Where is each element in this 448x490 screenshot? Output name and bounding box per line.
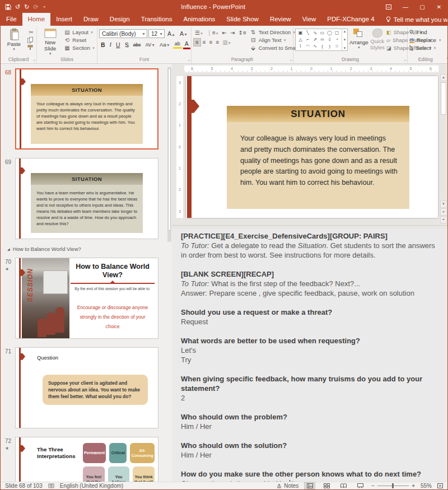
character-spacing-button[interactable]: AV▼ — [143, 41, 157, 48]
shapes-gallery-scroll[interactable]: ▲▼▼ — [342, 29, 347, 50]
tab-draw[interactable]: Draw — [78, 13, 104, 26]
tab-file[interactable]: File — [1, 13, 22, 26]
shape-icon[interactable]: ◔ — [333, 36, 340, 43]
new-slide-button[interactable]: New Slide ▼ — [39, 27, 62, 56]
reset-button[interactable]: ⟲Reset — [63, 37, 95, 43]
quick-styles-button[interactable]: Quick Styles — [370, 27, 385, 51]
close-button[interactable]: ✕ — [431, 1, 447, 13]
arrange-button[interactable]: Arrange ▼ — [349, 27, 368, 50]
customize-qat-icon[interactable]: ▼ — [43, 5, 46, 9]
reading-view-button[interactable] — [338, 482, 349, 489]
scrollbar-thumb[interactable] — [441, 82, 446, 115]
tab-transitions[interactable]: Transitions — [136, 13, 178, 26]
shape-icon[interactable]: ⌇ — [297, 43, 304, 50]
shape-icon[interactable]: ☆ — [333, 43, 340, 50]
section-collapse-icon[interactable]: ◢ — [7, 247, 10, 251]
cut-icon[interactable]: ✂ — [27, 29, 35, 35]
thumbnail-slide-71[interactable]: Question Suppose your client is agitated… — [15, 347, 158, 428]
shape-icon[interactable]: ◯ — [326, 30, 333, 36]
thumbnail-slide-69[interactable]: SITUATION You have a team member who is … — [15, 158, 158, 239]
notes-pane[interactable]: [PRACTICE][E4_Exercise_DefensiveCards][G… — [172, 228, 447, 482]
drawing-dialog-launcher[interactable]: ⌐ — [404, 58, 407, 62]
paragraph-dialog-launcher[interactable]: ⌐ — [290, 58, 292, 62]
change-case-button[interactable]: Aa▼ — [158, 41, 172, 48]
tab-home[interactable]: Home — [22, 13, 51, 26]
thumbnail-scrollbar[interactable] — [167, 67, 171, 242]
align-left-icon[interactable]: ≡ — [193, 38, 201, 46]
underline-button[interactable]: U — [114, 41, 122, 49]
tab-slide-show[interactable]: Slide Show — [221, 13, 264, 26]
zoom-in-icon[interactable]: + — [412, 483, 415, 489]
paste-button[interactable]: Paste ▼ — [2, 27, 26, 52]
zoom-slider[interactable] — [377, 486, 409, 486]
increase-indent-icon[interactable]: ⇥ — [228, 29, 236, 36]
save-icon[interactable] — [5, 4, 11, 10]
slide-title[interactable]: SITUATION — [227, 106, 409, 122]
layout-button[interactable]: ▤Layout▼ — [63, 29, 95, 35]
decrease-font-icon[interactable]: A▼ — [178, 30, 189, 38]
clipboard-dialog-launcher[interactable]: ⌐ — [34, 58, 36, 62]
shape-icon[interactable]: ∿ — [311, 43, 319, 50]
slide-scrollbar[interactable]: ▲ ▼ ⏶ ⏷ — [440, 73, 447, 225]
tab-insert[interactable]: Insert — [50, 13, 78, 26]
bullets-icon[interactable]: ☰▼ — [193, 29, 205, 36]
zoom-level[interactable]: 55% — [421, 483, 432, 489]
shape-icon[interactable]: ▭ — [319, 30, 326, 36]
columns-icon[interactable]: ▥▼ — [221, 39, 232, 46]
align-right-icon[interactable]: ≡ — [208, 39, 214, 46]
font-color-button[interactable]: A — [183, 40, 190, 49]
section-button[interactable]: ▦Section▼ — [63, 45, 95, 51]
undo-icon[interactable]: ↺ — [15, 4, 20, 10]
language-indicator[interactable]: English (United Kingdom) — [60, 483, 123, 489]
tab-view[interactable]: View — [297, 13, 322, 26]
shape-icon[interactable]: ⇩ — [326, 36, 333, 43]
scroll-up-icon[interactable]: ▲ — [440, 74, 447, 81]
decrease-indent-icon[interactable]: ⇤ — [221, 29, 228, 36]
shape-icon[interactable]: △ — [297, 36, 304, 43]
zoom-out-icon[interactable]: − — [371, 483, 375, 489]
shape-icon[interactable]: ⇗ — [311, 36, 319, 43]
copy-icon[interactable] — [27, 37, 35, 43]
tell-me-box[interactable]: Tell me what you want to do — [380, 13, 448, 26]
find-button[interactable]: Find — [409, 29, 442, 35]
justify-icon[interactable]: ≡ — [214, 39, 221, 46]
font-dialog-launcher[interactable]: ⌐ — [188, 58, 190, 62]
font-name-combo[interactable]: Calibri (Body)▼ — [99, 29, 147, 38]
text-shadow-button[interactable]: S — [123, 41, 130, 49]
italic-button[interactable]: I — [108, 41, 114, 48]
spell-check-icon[interactable] — [48, 483, 54, 488]
thumbnail-slide-68[interactable]: SITUATION Your colleague is always very … — [15, 68, 158, 150]
replace-button[interactable]: ab Replace▼ — [409, 37, 442, 43]
shape-icon[interactable]: ◠ — [304, 43, 311, 50]
section-header[interactable]: ◢ How to Balance World View? — [7, 246, 172, 252]
fit-to-window-icon[interactable] — [437, 483, 443, 488]
shapes-gallery[interactable]: ▣╲⇘▭◯▢△⌐⇗⇨⇩◔⌇◠∿()☆ ▲▼▼ — [295, 29, 348, 51]
tab-animations[interactable]: Animations — [178, 13, 221, 26]
select-button[interactable]: Select▼ — [409, 45, 442, 51]
tab-pdf-xchange-4[interactable]: PDF-XChange 4 — [321, 13, 380, 26]
next-slide-icon[interactable]: ⏷ — [440, 216, 447, 223]
tab-design[interactable]: Design — [104, 13, 136, 26]
thumbnail-slide-70[interactable]: SESSION How to Balance World View? By th… — [15, 258, 158, 339]
slide-sorter-view-button[interactable] — [321, 482, 332, 489]
align-center-icon[interactable]: ≡ — [201, 39, 208, 46]
redo-icon[interactable]: ↻ — [24, 4, 29, 10]
notes-toggle-button[interactable]: Notes — [277, 483, 298, 489]
increase-font-icon[interactable]: A▲ — [166, 30, 177, 38]
zoom-slider-thumb[interactable] — [392, 483, 394, 488]
line-spacing-icon[interactable]: ⇕≡ — [237, 29, 248, 36]
slideshow-view-button[interactable] — [354, 482, 366, 489]
bold-button[interactable]: B — [99, 41, 107, 49]
strikethrough-button[interactable]: abc — [132, 41, 143, 48]
shape-icon[interactable]: ) — [326, 43, 333, 50]
scroll-down-icon[interactable]: ▼ — [440, 200, 447, 208]
minimize-button[interactable]: — — [397, 1, 414, 13]
shape-icon[interactable]: ▢ — [333, 30, 340, 36]
shape-icon[interactable]: ▣ — [297, 30, 304, 36]
format-painter-icon[interactable] — [27, 45, 35, 50]
highlight-color-button[interactable]: ab — [173, 40, 182, 49]
slide-body-text[interactable]: Your colleague is always very loud in me… — [227, 122, 409, 209]
slide-canvas[interactable]: SITUATION Your colleague is always very … — [184, 73, 440, 225]
tab-review[interactable]: Review — [264, 13, 297, 26]
maximize-button[interactable]: ▢ — [414, 1, 431, 13]
